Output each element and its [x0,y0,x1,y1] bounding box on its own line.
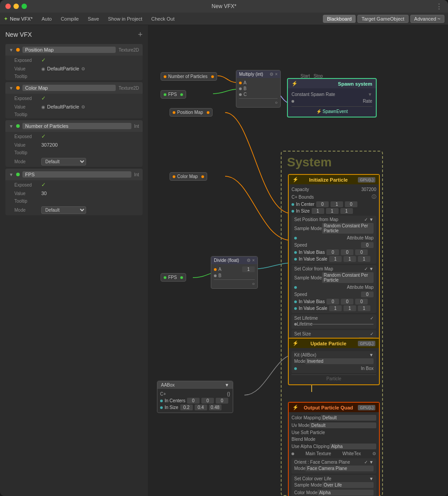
color-map-param-node[interactable]: Color Map [170,172,207,181]
window-title: New VFX* [5,3,443,9]
output-badge: GPU(L) [358,405,375,410]
alpha-val: Alpha [330,444,377,449]
fps-tooltip-row: Tooltip [5,197,143,205]
system-container: System ⚡ Initialize Particle GPU(L) Capa… [281,151,383,496]
update-badge: GPU(L) [358,341,375,346]
exposed-check: ✓ [41,182,46,188]
fps-param-node[interactable]: FPS [161,90,186,99]
minimize-button[interactable] [13,4,19,9]
titlebar: New VFX* ⋮ [0,0,448,13]
toolbar-right: Blackboard Target GameObject Advanced ~ [323,15,444,23]
panel-title: New VFX [5,31,32,38]
color-map-header[interactable]: ▼ Color Map Texture2D [5,82,143,94]
settings-icon[interactable]: ⚙ [81,104,85,109]
close-button[interactable] [5,4,11,9]
num-particles-mode-select[interactable]: Default [41,158,86,165]
color-attr-label: Attribute Map [347,285,374,290]
lifetime-label: Lifetime [297,322,313,326]
constant-spawn-rate-label: Constant Spawn Rate [291,92,335,97]
fps-param-label: FPS [168,92,177,97]
spawn-system-node[interactable]: ⚡ Spawn system Constant Spawn Rate ▼ Rat… [287,78,377,117]
position-map-header[interactable]: ▼ Position Map Texture2D [5,44,143,56]
value-label: Value [14,143,41,148]
kit-mode-val: Inverted [305,358,374,364]
settings-icon[interactable]: ⚙ [81,66,85,71]
num-particles-param-node[interactable]: Number of Particles [161,72,217,81]
divide-float-node[interactable]: Divide (float) ⚙ × A 1 B ○ [211,256,258,289]
color-map-param-label: Color Map [177,174,198,179]
center-row: In Center 0 1 0 [291,201,376,208]
size-row: In Size 1 1 1 [291,208,376,214]
box-label: In Box [361,366,374,371]
port-a [239,82,242,84]
rate-label: Rate [363,99,372,104]
multiply-int-node[interactable]: Multiply (int) ⚙ × A B C [236,70,281,108]
set-color-title: Set Color from Map ✓ ▼ [294,266,374,271]
port-c [239,93,242,96]
auto-button[interactable]: Auto [38,15,56,22]
dot-icon [16,48,20,52]
color-mapping-label: Color Mapping [291,415,321,420]
vb-port [294,251,297,254]
more-icon[interactable]: ⋮ [435,2,443,11]
exposed-label: Exposed [14,183,41,187]
fps-below-divide[interactable]: FPS [161,273,186,282]
multiply-btns[interactable]: ⚙ × [270,72,278,77]
output-color-mode-label: Color Mode [294,490,318,495]
compile-button[interactable]: Compile [57,15,82,22]
advanced-button[interactable]: Advanced ~ [410,15,444,23]
update-particle-node[interactable]: ⚡ Update Particle GPU(L) Kit (AllBox) ▼ … [288,338,380,385]
output-color-mode-row: Color Mode Alpha [294,489,374,496]
blackboard-button[interactable]: Blackboard [323,15,356,23]
dropdown-arrow[interactable]: ▼ [368,92,372,97]
graph-area[interactable]: Number of Particles FPS Position Map Col… [148,25,448,496]
port-dot [173,175,175,178]
color-sample-label: Sample Mode [294,275,322,280]
divide-btns[interactable]: ⚙ × [247,258,255,263]
vs-y: 1 [344,256,356,262]
save-button[interactable]: Save [84,15,103,22]
speed-row: Speed 0 [294,241,374,249]
sx-val: 1 [312,208,324,214]
maximize-button[interactable] [22,4,27,9]
aabox-c-row: C+ {} [160,391,230,397]
target-gameobject-button[interactable]: Target GameObject [357,15,408,23]
num-particles-header[interactable]: ▼ Number of Particles Int [5,120,143,132]
cvb-y: 0 [341,299,353,305]
position-map-param-node[interactable]: Position Map [170,108,213,117]
cvb-label: In Value Bias [299,299,325,304]
box-port [294,367,297,370]
aabox-c-label: C+ [160,392,166,396]
check-out-button[interactable]: Check Out [148,15,178,22]
settings-icon[interactable]: ⚙ [372,451,376,456]
show-in-project-button[interactable]: Show in Project [104,15,146,22]
size-port [291,210,294,213]
fps-header[interactable]: ▼ FPS Int [5,169,143,180]
color-speed-row: Speed 0 [294,291,374,298]
sample-mode-label: Sample Mode [294,226,322,231]
aabox-dropdown[interactable]: ▼ [225,383,229,387]
fps-mode-select[interactable]: Default [41,206,86,214]
output-particle-node[interactable]: ⚡ Output Particle Quad GPU(L) Color Mapp… [288,402,380,496]
lightning-icon: ⚡ [292,405,299,410]
tooltip-label: Tooltip [14,74,41,79]
color-map-name: Color Map [22,85,116,91]
attr-map-row: Attribute Map [294,235,374,241]
fps-value: 30 [41,191,139,196]
kit-mode-row: Mode Inverted [294,357,374,365]
color-speed-val: 0 [361,292,374,297]
a-val: 1 [242,266,255,272]
aabox-size-port [160,406,163,409]
speed-val: 0 [361,242,374,248]
port-dot-right [180,93,183,96]
aabox-node[interactable]: AABox ▼ C+ {} In Centers 0 0 0 [157,381,233,413]
initialize-particle-node[interactable]: ⚡ Initialize Particle GPU(L) Capacity 30… [288,174,380,357]
panel-add-button[interactable]: + [138,30,143,39]
chevron-icon: ▼ [9,124,13,129]
num-particles-type: Int [134,124,139,129]
set-position-title: Set Position from Map ✓ ▼ [294,217,374,222]
main-texture-label: Main Texture [305,451,331,456]
aabox-size-row: In Size 0.2 0.4 0.48 [160,404,230,411]
vs-port [294,258,297,261]
tooltip-label: Tooltip [14,150,41,155]
